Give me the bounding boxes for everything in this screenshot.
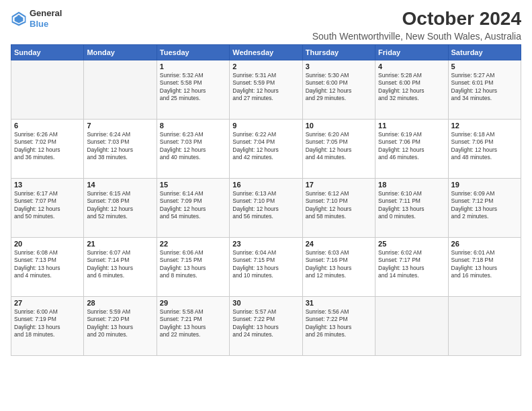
calendar-week-row: 27Sunrise: 6:00 AM Sunset: 7:19 PM Dayli… xyxy=(11,297,521,356)
calendar-day-cell: 31Sunrise: 5:56 AM Sunset: 7:22 PM Dayli… xyxy=(302,297,375,356)
calendar-day-cell: 10Sunrise: 6:20 AM Sunset: 7:05 PM Dayli… xyxy=(302,120,375,179)
calendar-day-cell: 1Sunrise: 5:32 AM Sunset: 5:58 PM Daylig… xyxy=(157,60,229,120)
calendar-day-cell xyxy=(375,297,448,356)
calendar-day-cell: 20Sunrise: 6:08 AM Sunset: 7:13 PM Dayli… xyxy=(11,238,84,297)
calendar-day-cell: 3Sunrise: 5:30 AM Sunset: 6:00 PM Daylig… xyxy=(302,60,375,120)
day-detail: Sunrise: 6:09 AM Sunset: 7:12 PM Dayligh… xyxy=(451,190,518,221)
day-number: 29 xyxy=(160,299,226,307)
calendar-week-row: 13Sunrise: 6:17 AM Sunset: 7:07 PM Dayli… xyxy=(11,179,521,238)
calendar-week-row: 20Sunrise: 6:08 AM Sunset: 7:13 PM Dayli… xyxy=(11,238,521,297)
calendar-day-cell: 12Sunrise: 6:18 AM Sunset: 7:06 PM Dayli… xyxy=(448,120,521,179)
day-number: 2 xyxy=(232,62,299,71)
day-number: 18 xyxy=(378,181,445,189)
day-number: 9 xyxy=(232,122,299,130)
day-detail: Sunrise: 6:18 AM Sunset: 7:06 PM Dayligh… xyxy=(451,131,518,162)
day-number: 1 xyxy=(160,62,226,71)
location-title: South Wentworthville, New South Wales, A… xyxy=(312,31,521,42)
day-detail: Sunrise: 6:13 AM Sunset: 7:10 PM Dayligh… xyxy=(232,190,299,221)
day-detail: Sunrise: 5:56 AM Sunset: 7:22 PM Dayligh… xyxy=(306,308,372,339)
calendar-day-cell: 16Sunrise: 6:13 AM Sunset: 7:10 PM Dayli… xyxy=(230,179,302,238)
day-detail: Sunrise: 6:00 AM Sunset: 7:19 PM Dayligh… xyxy=(14,308,81,339)
calendar-day-cell: 26Sunrise: 6:01 AM Sunset: 7:18 PM Dayli… xyxy=(448,238,521,297)
calendar-header-row: Sunday Monday Tuesday Wednesday Thursday… xyxy=(11,45,521,60)
day-number: 7 xyxy=(87,122,153,130)
day-number: 19 xyxy=(451,181,518,189)
calendar-day-cell: 2Sunrise: 5:31 AM Sunset: 5:59 PM Daylig… xyxy=(230,60,302,120)
day-number: 3 xyxy=(306,62,372,71)
day-number: 5 xyxy=(451,62,518,71)
month-title: October 2024 xyxy=(312,8,521,30)
day-detail: Sunrise: 6:12 AM Sunset: 7:10 PM Dayligh… xyxy=(306,190,372,221)
title-area: October 2024 South Wentworthville, New S… xyxy=(312,8,521,42)
col-saturday: Saturday xyxy=(448,45,521,60)
col-friday: Friday xyxy=(375,45,448,60)
calendar-day-cell: 15Sunrise: 6:14 AM Sunset: 7:09 PM Dayli… xyxy=(157,179,229,238)
calendar-day-cell: 6Sunrise: 6:26 AM Sunset: 7:02 PM Daylig… xyxy=(11,120,84,179)
day-detail: Sunrise: 5:58 AM Sunset: 7:21 PM Dayligh… xyxy=(160,308,226,339)
col-tuesday: Tuesday xyxy=(157,45,229,60)
calendar-day-cell: 23Sunrise: 6:04 AM Sunset: 7:15 PM Dayli… xyxy=(230,238,302,297)
calendar-day-cell: 19Sunrise: 6:09 AM Sunset: 7:12 PM Dayli… xyxy=(448,179,521,238)
calendar-day-cell: 28Sunrise: 5:59 AM Sunset: 7:20 PM Dayli… xyxy=(84,297,157,356)
day-detail: Sunrise: 6:17 AM Sunset: 7:07 PM Dayligh… xyxy=(14,190,81,221)
logo-line2: Blue xyxy=(30,19,62,30)
day-number: 20 xyxy=(14,240,81,248)
day-detail: Sunrise: 5:31 AM Sunset: 5:59 PM Dayligh… xyxy=(232,72,299,103)
logo-line1: General xyxy=(30,8,62,19)
day-detail: Sunrise: 6:15 AM Sunset: 7:08 PM Dayligh… xyxy=(87,190,153,221)
day-detail: Sunrise: 5:57 AM Sunset: 7:22 PM Dayligh… xyxy=(232,308,299,339)
day-number: 22 xyxy=(160,240,226,248)
logo: General Blue xyxy=(11,8,62,29)
calendar-day-cell: 18Sunrise: 6:10 AM Sunset: 7:11 PM Dayli… xyxy=(375,179,448,238)
day-detail: Sunrise: 5:32 AM Sunset: 5:58 PM Dayligh… xyxy=(160,72,226,103)
day-number: 27 xyxy=(14,299,81,307)
col-monday: Monday xyxy=(84,45,157,60)
day-number: 11 xyxy=(378,122,445,130)
day-detail: Sunrise: 6:24 AM Sunset: 7:03 PM Dayligh… xyxy=(87,131,153,162)
calendar-day-cell: 30Sunrise: 5:57 AM Sunset: 7:22 PM Dayli… xyxy=(230,297,302,356)
calendar-day-cell: 17Sunrise: 6:12 AM Sunset: 7:10 PM Dayli… xyxy=(302,179,375,238)
day-number: 31 xyxy=(306,299,372,307)
day-number: 8 xyxy=(160,122,226,130)
logo-icon xyxy=(11,11,27,27)
calendar-day-cell xyxy=(11,60,84,120)
calendar-table: Sunday Monday Tuesday Wednesday Thursday… xyxy=(11,44,521,356)
day-detail: Sunrise: 6:03 AM Sunset: 7:16 PM Dayligh… xyxy=(306,249,372,280)
page: General Blue October 2024 South Wentwort… xyxy=(0,0,532,411)
calendar-day-cell: 5Sunrise: 5:27 AM Sunset: 6:01 PM Daylig… xyxy=(448,60,521,120)
day-number: 12 xyxy=(451,122,518,130)
calendar-day-cell: 25Sunrise: 6:02 AM Sunset: 7:17 PM Dayli… xyxy=(375,238,448,297)
day-detail: Sunrise: 5:27 AM Sunset: 6:01 PM Dayligh… xyxy=(451,72,518,103)
day-number: 13 xyxy=(14,181,81,189)
day-number: 23 xyxy=(232,240,299,248)
calendar-day-cell: 7Sunrise: 6:24 AM Sunset: 7:03 PM Daylig… xyxy=(84,120,157,179)
calendar-day-cell: 27Sunrise: 6:00 AM Sunset: 7:19 PM Dayli… xyxy=(11,297,84,356)
col-thursday: Thursday xyxy=(302,45,375,60)
calendar-day-cell xyxy=(448,297,521,356)
day-detail: Sunrise: 6:23 AM Sunset: 7:03 PM Dayligh… xyxy=(160,131,226,162)
day-number: 28 xyxy=(87,299,153,307)
col-sunday: Sunday xyxy=(11,45,84,60)
calendar-day-cell: 13Sunrise: 6:17 AM Sunset: 7:07 PM Dayli… xyxy=(11,179,84,238)
day-number: 14 xyxy=(87,181,153,189)
calendar-week-row: 1Sunrise: 5:32 AM Sunset: 5:58 PM Daylig… xyxy=(11,60,521,120)
day-detail: Sunrise: 6:22 AM Sunset: 7:04 PM Dayligh… xyxy=(232,131,299,162)
day-detail: Sunrise: 6:01 AM Sunset: 7:18 PM Dayligh… xyxy=(451,249,518,280)
day-detail: Sunrise: 5:59 AM Sunset: 7:20 PM Dayligh… xyxy=(87,308,153,339)
day-number: 16 xyxy=(232,181,299,189)
calendar-day-cell: 21Sunrise: 6:07 AM Sunset: 7:14 PM Dayli… xyxy=(84,238,157,297)
day-detail: Sunrise: 5:30 AM Sunset: 6:00 PM Dayligh… xyxy=(306,72,372,103)
day-detail: Sunrise: 6:26 AM Sunset: 7:02 PM Dayligh… xyxy=(14,131,81,162)
calendar-day-cell: 14Sunrise: 6:15 AM Sunset: 7:08 PM Dayli… xyxy=(84,179,157,238)
calendar-day-cell: 9Sunrise: 6:22 AM Sunset: 7:04 PM Daylig… xyxy=(230,120,302,179)
calendar-day-cell: 8Sunrise: 6:23 AM Sunset: 7:03 PM Daylig… xyxy=(157,120,229,179)
day-detail: Sunrise: 6:02 AM Sunset: 7:17 PM Dayligh… xyxy=(378,249,445,280)
day-detail: Sunrise: 6:06 AM Sunset: 7:15 PM Dayligh… xyxy=(160,249,226,280)
day-detail: Sunrise: 6:04 AM Sunset: 7:15 PM Dayligh… xyxy=(232,249,299,280)
day-detail: Sunrise: 6:10 AM Sunset: 7:11 PM Dayligh… xyxy=(378,190,445,221)
calendar-day-cell: 22Sunrise: 6:06 AM Sunset: 7:15 PM Dayli… xyxy=(157,238,229,297)
day-number: 17 xyxy=(306,181,372,189)
header: General Blue October 2024 South Wentwort… xyxy=(11,8,521,42)
calendar-day-cell xyxy=(84,60,157,120)
calendar-day-cell: 4Sunrise: 5:28 AM Sunset: 6:00 PM Daylig… xyxy=(375,60,448,120)
